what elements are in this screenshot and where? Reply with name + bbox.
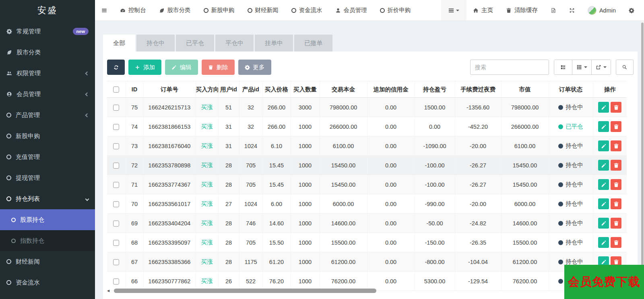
- row-edit-button[interactable]: [598, 121, 609, 132]
- row-edit-button[interactable]: [598, 140, 609, 151]
- row-delete-button[interactable]: [611, 237, 621, 248]
- add-button[interactable]: 添加: [128, 60, 161, 75]
- clear-cache-link[interactable]: 清除缓存: [500, 0, 544, 21]
- nav-item[interactable]: 资金流水: [285, 0, 329, 21]
- column-header-market_value: 市值: [501, 81, 549, 98]
- circle-icon: [11, 218, 16, 222]
- circle-icon: [6, 280, 11, 285]
- columns-button[interactable]: [572, 60, 591, 74]
- scroll-left-arrow-icon[interactable]: ◀: [107, 289, 109, 293]
- vertical-scrollbar-thumb[interactable]: [641, 23, 644, 266]
- direction-cell: 买涨: [196, 194, 218, 214]
- sidebar-item[interactable]: 提现管理: [0, 167, 95, 188]
- sidebar-item[interactable]: 权限管理: [0, 63, 95, 84]
- tab[interactable]: 全部: [103, 35, 135, 52]
- sidebar-item[interactable]: 充值管理: [0, 146, 95, 167]
- status-badge: 持仓中: [558, 181, 583, 188]
- sidebar-item[interactable]: 产品管理: [0, 105, 95, 126]
- row-edit-button[interactable]: [598, 237, 609, 248]
- row-delete-button[interactable]: [611, 198, 621, 209]
- dashboard-icon: [120, 8, 126, 13]
- row-delete-button[interactable]: [611, 218, 621, 229]
- buy_qty-cell: 3000: [291, 98, 320, 117]
- row-checkbox[interactable]: [113, 259, 119, 265]
- row-checkbox[interactable]: [113, 221, 119, 227]
- sidebar-toggle-icon[interactable]: [95, 0, 114, 21]
- principal-cell: 798000.00: [320, 98, 367, 117]
- buy_price-cell: 14.60: [262, 214, 291, 233]
- tab[interactable]: 挂单中: [255, 35, 293, 52]
- sidebar-item[interactable]: 会员管理: [0, 84, 95, 105]
- edit-button[interactable]: 编辑: [165, 60, 198, 75]
- row-delete-button[interactable]: [611, 121, 621, 132]
- horizontal-scrollbar-thumb[interactable]: [114, 289, 376, 293]
- sidebar-item[interactable]: 股票持仓: [0, 209, 95, 230]
- row-edit-button[interactable]: [598, 160, 609, 171]
- row-delete-button[interactable]: [611, 179, 621, 190]
- row-edit-button[interactable]: [598, 102, 609, 113]
- home-link[interactable]: 主页: [466, 0, 500, 21]
- row-checkbox[interactable]: [113, 201, 119, 207]
- row-delete-button[interactable]: [611, 102, 621, 113]
- direction-value: 买涨: [201, 181, 213, 188]
- detail-view-button[interactable]: [554, 60, 572, 74]
- row-edit-button[interactable]: [598, 198, 609, 209]
- nav-item[interactable]: 股市分类: [153, 0, 197, 21]
- row-delete-button[interactable]: [611, 140, 621, 151]
- more-button[interactable]: 更多: [238, 60, 271, 75]
- credit-cell: 0.00: [367, 156, 415, 175]
- settings-button[interactable]: [622, 0, 641, 21]
- sidebar-item[interactable]: 新股申购: [0, 126, 95, 146]
- status-label: 持仓中: [566, 181, 583, 188]
- sidebar-item[interactable]: 常规管理new: [0, 21, 95, 42]
- id-cell: 73: [126, 136, 143, 156]
- status-dot-icon: [558, 163, 563, 168]
- status-tabs: 全部持仓中已平仓平仓中挂单中已撤单: [103, 35, 644, 52]
- sidebar-item[interactable]: 股市分类: [0, 42, 95, 63]
- language-button[interactable]: [544, 0, 563, 21]
- row-checkbox[interactable]: [113, 143, 119, 149]
- row-checkbox[interactable]: [113, 124, 119, 130]
- direction-cell: 买涨: [196, 156, 218, 175]
- status-dot-icon: [558, 260, 563, 264]
- row-checkbox[interactable]: [113, 278, 119, 285]
- status-badge: 持仓中: [558, 239, 583, 246]
- nav-item[interactable]: 会员管理: [329, 0, 374, 21]
- sidebar-item[interactable]: 指数持仓: [0, 230, 95, 251]
- row-edit-button[interactable]: [598, 179, 609, 190]
- tab[interactable]: 已平仓: [176, 35, 214, 52]
- order_no-cell: 1662353561017: [143, 194, 196, 214]
- search-button[interactable]: [616, 60, 634, 75]
- row-checkbox[interactable]: [113, 182, 119, 188]
- trash-icon: [613, 124, 619, 130]
- delete-button[interactable]: 删除: [202, 60, 235, 75]
- row-delete-button[interactable]: [611, 160, 621, 171]
- tab[interactable]: 持仓中: [136, 35, 175, 52]
- row-edit-button[interactable]: [598, 218, 609, 229]
- nav-item[interactable]: 控制台: [114, 0, 153, 21]
- refresh-button[interactable]: [107, 60, 125, 75]
- fullscreen-button[interactable]: [563, 0, 581, 21]
- export-button[interactable]: [591, 60, 611, 74]
- trash-icon: [613, 221, 619, 226]
- status-badge: 持仓中: [558, 219, 583, 227]
- sidebar-item[interactable]: 持仓列表: [0, 188, 95, 209]
- table-menu-toggle[interactable]: [441, 0, 466, 21]
- tab[interactable]: 平仓中: [215, 35, 254, 52]
- main-content: 全部持仓中已平仓平仓中挂单中已撤单 添加 编辑: [95, 21, 644, 299]
- search-input[interactable]: [470, 60, 549, 75]
- nav-item[interactable]: 新股申购: [197, 0, 241, 21]
- sidebar-item[interactable]: 资金流水: [0, 272, 95, 293]
- nav-item-label: 折价申购: [388, 6, 411, 14]
- row-checkbox[interactable]: [113, 163, 119, 169]
- select-all-checkbox[interactable]: [113, 87, 119, 93]
- row-checkbox[interactable]: [113, 105, 119, 111]
- tab[interactable]: 已撤单: [294, 35, 332, 52]
- sidebar-item[interactable]: 财经新闻: [0, 251, 95, 272]
- profit-cell: -50.00: [415, 214, 455, 233]
- nav-item[interactable]: 折价申购: [374, 0, 417, 21]
- user-menu[interactable]: Admin: [581, 0, 622, 21]
- row-checkbox[interactable]: [113, 240, 119, 246]
- promo-badge: 会员免费下载: [564, 265, 644, 299]
- nav-item[interactable]: 财经新闻: [241, 0, 285, 21]
